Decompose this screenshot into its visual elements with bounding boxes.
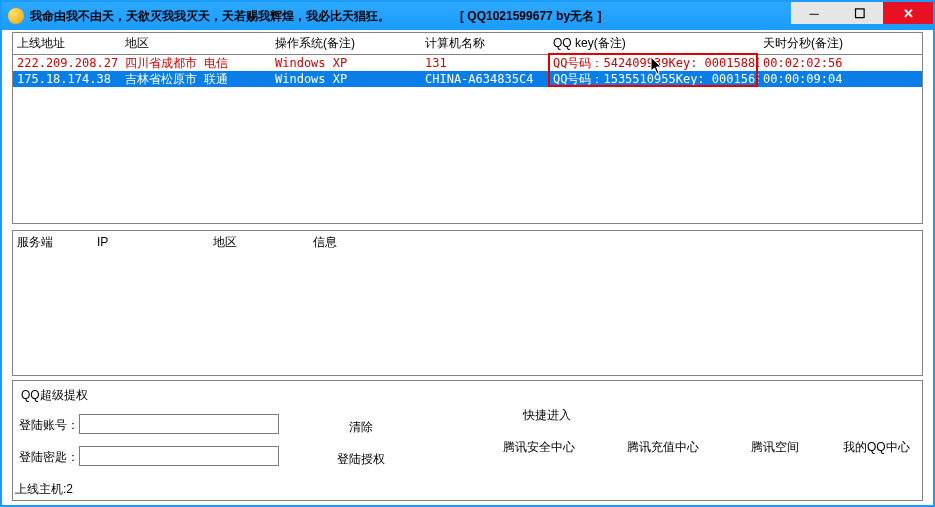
col-ip[interactable]: IP (93, 235, 209, 249)
link-my-qq-center[interactable]: 我的QQ中心 (843, 439, 910, 456)
minimize-button[interactable]: ─ (791, 2, 837, 24)
cell-qqkey: QQ号码：542409939Key: 000158810. (549, 55, 759, 72)
col-server[interactable]: 服务端 (13, 234, 93, 251)
quick-entry-label: 快捷进入 (523, 407, 571, 424)
cell-ip: 222.209.208.27 (13, 56, 121, 70)
col-os[interactable]: 操作系统(备注) (271, 35, 421, 52)
col-host[interactable]: 计算机名称 (421, 35, 549, 52)
cell-region: 吉林省松原市 联通 (121, 71, 271, 88)
col-info[interactable]: 信息 (309, 234, 922, 251)
col-qqkey[interactable]: QQ key(备注) (549, 35, 759, 52)
hosts-header-row: 上线地址 地区 操作系统(备注) 计算机名称 QQ key(备注) 天时分秒(备… (13, 33, 922, 55)
cell-os: Windows XP (271, 56, 421, 70)
cell-time: 00:02:02:56 (759, 56, 922, 70)
cell-host: 131 (421, 56, 549, 70)
clear-button[interactable]: 清除 (349, 419, 373, 436)
account-label: 登陆账号： (19, 417, 79, 434)
table-row[interactable]: 175.18.174.38 吉林省松原市 联通 Windows XP CHINA… (13, 71, 922, 87)
password-field[interactable] (79, 446, 279, 466)
table-row[interactable]: 222.209.208.27 四川省成都市 电信 Windows XP 131 … (13, 55, 922, 71)
cell-qqkey: QQ号码：1535510955Key: 000156810. (549, 71, 759, 88)
servers-header-row: 服务端 IP 地区 信息 (13, 231, 922, 253)
cell-ip: 175.18.174.38 (13, 72, 121, 86)
window-controls: ─ ☐ ✕ (791, 2, 933, 30)
app-window: 我命由我不由天，天欲灭我我灭天，天若赐我辉煌，我必比天猖狂。 [ QQ10215… (0, 0, 935, 507)
close-button[interactable]: ✕ (883, 2, 933, 24)
link-recharge-center[interactable]: 腾讯充值中心 (627, 439, 699, 456)
hosts-list[interactable]: 上线地址 地区 操作系统(备注) 计算机名称 QQ key(备注) 天时分秒(备… (12, 32, 923, 224)
status-bar: 上线主机:2 (15, 481, 73, 498)
titlebar[interactable]: 我命由我不由天，天欲灭我我灭天，天若赐我辉煌，我必比天猖狂。 [ QQ10215… (2, 2, 933, 30)
panel-title: QQ超级提权 (21, 387, 88, 404)
cell-time: 00:00:09:04 (759, 72, 922, 86)
maximize-button[interactable]: ☐ (837, 2, 883, 24)
col-region[interactable]: 地区 (209, 234, 309, 251)
password-label: 登陆密匙： (19, 449, 79, 466)
app-icon (8, 8, 24, 24)
window-title: 我命由我不由天，天欲灭我我灭天，天若赐我辉煌，我必比天猖狂。 (30, 8, 390, 25)
account-field[interactable] (79, 414, 279, 434)
cell-host: CHINA-A634835C4 (421, 72, 549, 86)
window-subtitle: [ QQ1021599677 by无名 ] (460, 8, 791, 25)
servers-list[interactable]: 服务端 IP 地区 信息 (12, 230, 923, 376)
client-area: 上线地址 地区 操作系统(备注) 计算机名称 QQ key(备注) 天时分秒(备… (6, 32, 929, 501)
col-time[interactable]: 天时分秒(备注) (759, 35, 922, 52)
qq-auth-panel: QQ超级提权 登陆账号： 登陆密匙： 清除 登陆授权 快捷进入 腾讯安全中心 腾… (12, 380, 923, 501)
cell-region: 四川省成都市 电信 (121, 55, 271, 72)
link-security-center[interactable]: 腾讯安全中心 (503, 439, 575, 456)
col-region[interactable]: 地区 (121, 35, 271, 52)
col-ip[interactable]: 上线地址 (13, 35, 121, 52)
login-auth-button[interactable]: 登陆授权 (337, 451, 385, 468)
link-qzone[interactable]: 腾讯空间 (751, 439, 799, 456)
cell-os: Windows XP (271, 72, 421, 86)
